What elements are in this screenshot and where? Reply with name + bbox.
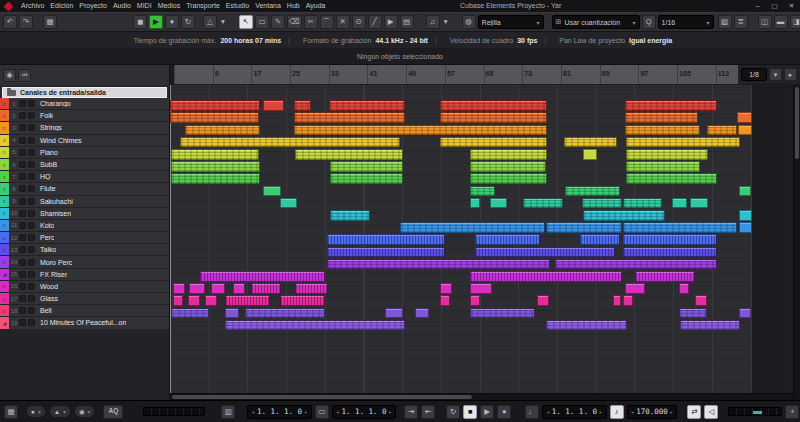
decrement-arrow-icon[interactable]: ◂ <box>631 408 635 415</box>
midi-part[interactable] <box>171 308 209 319</box>
quantize-value-select[interactable]: 1/16▾ <box>658 15 714 29</box>
midi-part[interactable] <box>555 259 717 270</box>
vertical-scroll-thumb[interactable] <box>795 87 799 159</box>
mute-button[interactable] <box>19 100 26 107</box>
midi-part[interactable] <box>546 320 627 331</box>
midi-part[interactable] <box>537 295 549 306</box>
midi-part[interactable] <box>582 198 622 209</box>
midi-part[interactable] <box>188 295 200 306</box>
menu-proyecto[interactable]: Proyecto <box>76 0 110 12</box>
mute-button[interactable] <box>19 137 26 144</box>
primary-time-display[interactable]: ◂1. 1. 1. 0▸ <box>247 405 311 419</box>
midi-part[interactable] <box>695 295 707 306</box>
lower-zone-toggle[interactable]: ▬ <box>774 15 788 29</box>
solo-button[interactable] <box>28 161 35 168</box>
midi-part[interactable] <box>623 198 662 209</box>
metronome-toolbar-button[interactable]: △ <box>203 15 217 29</box>
left-locator-button[interactable]: ♩ <box>525 405 539 419</box>
acoustic-feedback-button[interactable]: ♫ <box>426 15 440 29</box>
midi-part[interactable] <box>251 283 281 294</box>
record-mini-button[interactable]: ● <box>165 15 179 29</box>
decrement-arrow-icon[interactable]: ◂ <box>251 408 255 415</box>
mute-button[interactable] <box>19 222 26 229</box>
midi-part[interactable] <box>623 222 737 233</box>
auto-quantize-button[interactable]: AQ <box>103 405 123 419</box>
punch-in-button[interactable]: ⇥ <box>404 405 418 419</box>
midi-part[interactable] <box>330 161 403 172</box>
mute-button[interactable] <box>19 283 26 290</box>
midi-part[interactable] <box>625 100 717 111</box>
midi-part[interactable] <box>475 234 540 245</box>
midi-part[interactable] <box>280 198 297 209</box>
stop-mini-button[interactable]: ◼ <box>133 15 147 29</box>
track-row-bell[interactable]: ≡18Bell <box>0 305 169 317</box>
metronome-button[interactable]: ♪ <box>610 405 624 419</box>
midi-part[interactable] <box>623 234 717 245</box>
midi-part[interactable] <box>385 308 403 319</box>
midi-part[interactable] <box>738 125 752 136</box>
midi-part[interactable] <box>170 112 259 123</box>
track-row-strings[interactable]: ≡3Strings <box>0 122 169 134</box>
draw-tool[interactable]: ✎ <box>271 15 285 29</box>
midi-part[interactable] <box>470 198 480 209</box>
midi-part[interactable] <box>294 125 547 136</box>
cycle-button[interactable]: ↻ <box>446 405 460 419</box>
track-row-koto[interactable]: ≡11Koto <box>0 220 169 232</box>
midi-part[interactable] <box>490 198 507 209</box>
right-zone-toggle[interactable]: ◨ <box>790 15 800 29</box>
midi-part[interactable] <box>626 161 700 172</box>
transport-layout-button[interactable]: ▦ <box>4 405 18 419</box>
event-display-canvas[interactable] <box>170 85 793 393</box>
play-mini-button[interactable]: ▶ <box>149 15 163 29</box>
midi-part[interactable] <box>580 234 620 245</box>
midi-part[interactable] <box>171 149 259 160</box>
midi-part[interactable] <box>205 295 217 306</box>
monitor-button[interactable]: ◁ <box>704 405 718 419</box>
split-tool[interactable]: ✂ <box>304 15 318 29</box>
left-zone-toggle[interactable]: ◫ <box>758 15 772 29</box>
track-row-shamisen[interactable]: ≡10Shamisen <box>0 208 169 220</box>
mute-button[interactable] <box>19 149 26 156</box>
autoscroll-caret[interactable]: ▾ <box>442 15 450 29</box>
mute-button[interactable] <box>19 173 26 180</box>
midi-part[interactable] <box>225 320 405 331</box>
quantize-button[interactable]: Q <box>642 15 656 29</box>
track-row-wood[interactable]: ≡16Wood <box>0 281 169 293</box>
range-selection-tool[interactable]: ▭ <box>255 15 269 29</box>
midi-part[interactable] <box>327 259 550 270</box>
menu-midi[interactable]: MIDI <box>134 0 155 12</box>
midi-part[interactable] <box>739 186 751 197</box>
track-row-hq[interactable]: ≡7HQ <box>0 171 169 183</box>
cycle-mode-menu[interactable]: ◉▾ <box>74 405 95 418</box>
track-row-charango[interactable]: ≡1Charango <box>0 98 169 110</box>
color-tool[interactable]: ▤ <box>400 15 414 29</box>
solo-button[interactable] <box>28 271 35 278</box>
secondary-time-display[interactable]: ◂1. 1. 1. 0▸ <box>332 405 396 419</box>
solo-button[interactable] <box>28 307 35 314</box>
track-row-10-minutes-of-peaceful-on[interactable]: ◢1910 Minutes Of Peaceful...on <box>0 317 169 329</box>
track-visibility-button[interactable]: ◉ <box>3 69 16 82</box>
increment-arrow-icon[interactable]: ▸ <box>389 408 393 415</box>
mute-button[interactable] <box>19 246 26 253</box>
mute-button[interactable] <box>19 295 26 302</box>
midi-part[interactable] <box>690 198 708 209</box>
midi-part[interactable] <box>470 295 480 306</box>
track-row-perc[interactable]: ≡12Perc <box>0 232 169 244</box>
transport-menu-caret[interactable]: ▾ <box>219 15 227 29</box>
midi-part[interactable] <box>626 149 708 160</box>
close-button[interactable]: ✕ <box>783 0 800 12</box>
midi-part[interactable] <box>170 100 260 111</box>
menu-archivo[interactable]: Archivo <box>18 0 47 12</box>
solo-button[interactable] <box>28 222 35 229</box>
minimize-button[interactable]: – <box>749 0 766 12</box>
midi-part[interactable] <box>679 283 689 294</box>
mute-button[interactable] <box>19 161 26 168</box>
toolbar-options-button[interactable]: ≣ <box>734 15 748 29</box>
midi-part[interactable] <box>470 173 547 184</box>
horizontal-scrollbar[interactable] <box>170 393 793 400</box>
midi-part[interactable] <box>707 125 737 136</box>
midi-part[interactable] <box>225 295 270 306</box>
quantize-preset-select[interactable]: ⊞Usar cuantización▾ <box>552 15 640 29</box>
line-tool[interactable]: ╱ <box>368 15 382 29</box>
solo-button[interactable] <box>28 198 35 205</box>
